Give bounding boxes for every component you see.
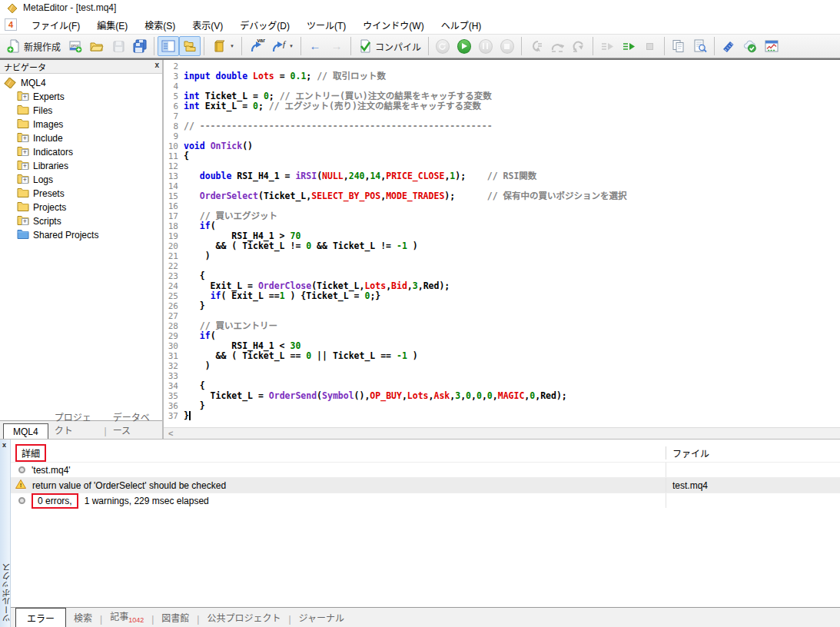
code-line[interactable]: 32 ) — [164, 361, 840, 371]
code-line[interactable]: 9 — [164, 131, 840, 141]
sidebar-item-label: Experts — [33, 91, 65, 102]
menu-help[interactable]: ヘルプ(H) — [433, 16, 490, 34]
insert-function-button[interactable]: f▼ — [267, 36, 297, 56]
toolbox-close-icon[interactable]: x — [2, 441, 6, 449]
expand-icon[interactable]: + — [22, 163, 28, 170]
menu-window[interactable]: ウインドウ(W) — [354, 16, 432, 34]
code-area[interactable]: 23input double Lots = 0.1; // 取引ロット数45in… — [164, 60, 840, 427]
menu-search[interactable]: 検索(S) — [136, 16, 184, 34]
dropdown-caret-icon[interactable]: ▼ — [230, 44, 234, 48]
code-line[interactable]: 33 — [164, 371, 840, 381]
open-button[interactable] — [86, 36, 108, 56]
continue-button[interactable] — [618, 36, 639, 56]
scroll-left-icon[interactable]: < — [168, 429, 173, 438]
debug-pause-button[interactable] — [475, 36, 496, 56]
sidebar-item-presets[interactable]: Presets — [0, 187, 162, 201]
debug-restart-button[interactable] — [432, 36, 453, 56]
code-line[interactable]: 13 double RSI_H4_1 = iRSI(NULL,240,14,PR… — [164, 171, 840, 181]
line-number: 32 — [164, 361, 184, 371]
toggle-toolbox-button[interactable] — [179, 36, 201, 56]
sidebar-item-logs[interactable]: +Logs — [0, 173, 162, 187]
tab-projects[interactable]: プロジェクト — [48, 408, 105, 439]
new-project-button[interactable]: proj — [65, 36, 86, 56]
expand-icon[interactable]: + — [22, 218, 28, 225]
expand-icon[interactable]: + — [22, 94, 28, 101]
insert-variable-button[interactable]: var — [245, 36, 267, 56]
tab-errors[interactable]: エラー — [15, 608, 66, 627]
tab-database[interactable]: データベース — [107, 408, 162, 439]
sidebar-item-libraries[interactable]: +Libraries — [0, 159, 162, 173]
back-button[interactable]: ← — [304, 36, 326, 56]
code-line[interactable]: 17 // 買いエグジット — [164, 211, 840, 221]
sidebar-item-images[interactable]: Images — [0, 118, 162, 131]
error-list-row[interactable]: 'test.mq4' — [11, 462, 840, 477]
dropdown-caret-icon[interactable]: ▼ — [289, 44, 294, 48]
document-menu-icon[interactable]: 4 — [5, 18, 17, 31]
code-line[interactable]: 31 && ( Ticket_L == 0 || Ticket_L == -1 … — [164, 351, 840, 361]
preview-button[interactable] — [689, 36, 711, 56]
expand-icon[interactable]: + — [22, 135, 28, 142]
code-line[interactable]: 28 // 買いエントリー — [164, 321, 840, 331]
sidebar-item-experts[interactable]: +Experts — [0, 90, 162, 104]
code-editor[interactable]: 23input double Lots = 0.1; // 取引ロット数45in… — [164, 60, 840, 439]
error-list-row[interactable]: !return value of 'OrderSelect' should be… — [11, 477, 840, 493]
sidebar-item-include[interactable]: +Include — [0, 131, 162, 145]
tab-articles[interactable]: 記事1042 — [102, 606, 151, 627]
editor-horizontal-scrollbar[interactable]: < — [164, 427, 840, 439]
sidebar-item-indicators[interactable]: +Indicators — [0, 145, 162, 159]
menu-view[interactable]: 表示(V) — [184, 16, 231, 34]
open-terminal-button[interactable] — [761, 36, 782, 56]
code-line[interactable]: 6int Exit_L = 0; // エグジット(売り)注文の結果をキャッチす… — [164, 101, 840, 111]
sidebar-item-scripts[interactable]: +Scripts — [0, 214, 162, 228]
navigator-close-icon[interactable]: x — [154, 61, 159, 69]
sidebar-item-files[interactable]: Files — [0, 104, 162, 118]
tab-journal[interactable]: ジャーナル — [291, 608, 352, 627]
run-to-cursor-button[interactable] — [596, 36, 618, 56]
copy-icon — [672, 39, 686, 53]
forward-button[interactable]: → — [326, 36, 347, 56]
code-line[interactable]: 8// ------------------------------------… — [164, 121, 840, 131]
storage-button[interactable] — [739, 36, 761, 56]
code-line[interactable]: 10void OnTick() — [164, 141, 840, 151]
step-over-button[interactable] — [546, 36, 568, 56]
error-list-row[interactable]: 0 errors,1 warnings, 229 msec elapsed — [11, 493, 840, 508]
code-line[interactable]: 26 } — [164, 301, 840, 311]
step-out-button[interactable] — [568, 36, 589, 56]
code-line[interactable]: 11{ — [164, 151, 840, 161]
sidebar-item-projects[interactable]: Projects — [0, 201, 162, 214]
menu-tools[interactable]: ツール(T) — [298, 16, 354, 34]
code-line[interactable]: 21 ) — [164, 251, 840, 261]
step-into-button[interactable] — [525, 36, 546, 56]
code-line[interactable]: 25 if( Exit_L ==1 ) {Ticket_L = 0;} — [164, 291, 840, 301]
sidebar-item-mql4-root[interactable]: MQL4 — [0, 76, 162, 90]
tab-search[interactable]: 検索 — [66, 608, 100, 627]
code-line[interactable]: 35 Ticket_L = OrderSend(Symbol(),OP_BUY,… — [164, 391, 840, 401]
terminal-chart-icon — [765, 39, 779, 53]
save-all-button[interactable] — [129, 36, 151, 56]
menu-edit[interactable]: 編集(E) — [88, 16, 136, 34]
copy-button[interactable] — [668, 36, 689, 56]
new-button[interactable]: 新規作成 — [3, 36, 65, 56]
code-line[interactable]: 15 OrderSelect(Ticket_L,SELECT_BY_POS,MO… — [164, 191, 840, 201]
code-line[interactable]: 37} — [164, 411, 840, 421]
tab-public-projects[interactable]: 公共プロジェクト — [199, 608, 288, 627]
styler-button[interactable] — [718, 36, 739, 56]
expand-icon[interactable]: + — [22, 177, 28, 184]
menu-debug[interactable]: デバッグ(D) — [231, 16, 298, 34]
code-line[interactable]: 3input double Lots = 0.1; // 取引ロット数 — [164, 71, 840, 81]
code-line[interactable]: 22 — [164, 261, 840, 271]
toggle-navigator-button[interactable] — [158, 36, 179, 56]
tab-mql4[interactable]: MQL4 — [3, 423, 48, 440]
code-line[interactable]: 36 } — [164, 401, 840, 411]
debug-start-button[interactable] — [453, 36, 475, 56]
stop-button[interactable] — [639, 36, 661, 56]
sidebar-item-shared-projects[interactable]: Shared Projects — [0, 228, 162, 242]
debug-stop-button[interactable] — [496, 36, 518, 56]
compile-button[interactable]: コンパイル — [354, 36, 425, 56]
menu-file[interactable]: ファイル(F) — [23, 16, 88, 34]
snippets-button[interactable]: ▼ — [208, 36, 238, 56]
save-button[interactable] — [108, 36, 129, 56]
tab-library[interactable]: 図書館 — [154, 608, 197, 627]
expand-icon[interactable]: + — [22, 149, 28, 156]
code-line[interactable]: 20 && ( Ticket_L != 0 && Ticket_L != -1 … — [164, 241, 840, 251]
